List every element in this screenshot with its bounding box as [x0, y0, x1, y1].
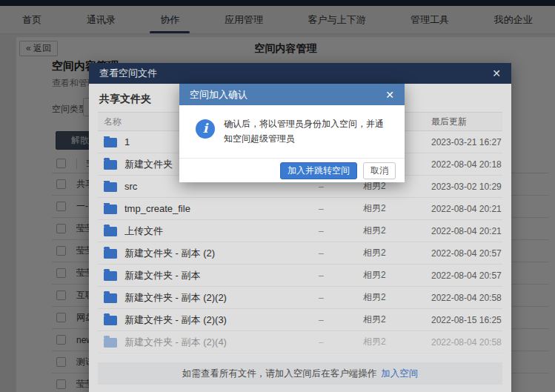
confirm-dialog-title: 空间加入确认: [190, 88, 385, 102]
space-join-confirm-dialog: 空间加入确认 ✕ i 确认后，将以管理员身份加入空间，并通知空间超级管理员 加入…: [179, 84, 405, 182]
screen: 首页通讯录协作应用管理客户与上下游管理工具我的企业 « 返回 空间内容管理 空间…: [0, 0, 555, 392]
confirm-message: 确认后，将以管理员身份加入空间，并通知空间超级管理员: [224, 116, 390, 146]
dialog-close-icon[interactable]: ✕: [385, 90, 394, 100]
join-and-jump-button[interactable]: 加入并跳转空间: [280, 162, 357, 179]
cancel-button[interactable]: 取消: [363, 162, 396, 179]
confirm-dialog-header: 空间加入确认 ✕: [179, 84, 405, 105]
confirm-dialog-footer: 加入并跳转空间 取消: [179, 158, 405, 182]
info-icon: i: [196, 119, 215, 139]
dialog-overlay: [0, 0, 555, 392]
confirm-dialog-body: i 确认后，将以管理员身份加入空间，并通知空间超级管理员: [179, 105, 405, 146]
